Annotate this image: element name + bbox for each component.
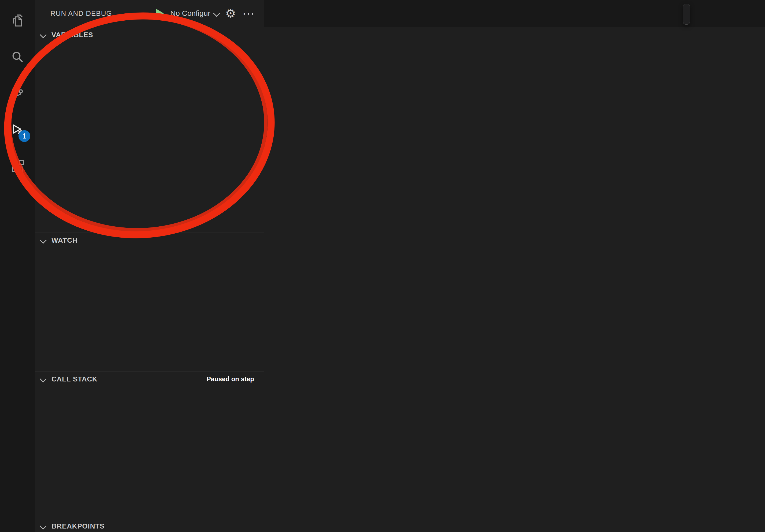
variables-section-header[interactable]: VARIABLES bbox=[35, 27, 264, 42]
chevron-down-icon bbox=[40, 523, 46, 529]
breakpoints-section-title: BREAKPOINTS bbox=[51, 522, 105, 530]
variables-section-title: VARIABLES bbox=[51, 31, 93, 39]
watch-section-title: WATCH bbox=[51, 236, 77, 245]
call-stack-section-header[interactable]: CALL STACK Paused on step bbox=[35, 371, 264, 387]
explorer-icon bbox=[10, 13, 25, 28]
more-actions-icon[interactable]: ⋯ bbox=[242, 10, 255, 17]
breadcrumb bbox=[264, 27, 765, 44]
panel-header: RUN AND DEBUG No Configur ⚙ ⋯ bbox=[35, 0, 264, 27]
paused-status-badge: Paused on step bbox=[207, 375, 254, 383]
chevron-down-icon bbox=[40, 31, 46, 38]
debug-toolbar bbox=[683, 4, 690, 25]
run-and-debug-panel: RUN AND DEBUG No Configur ⚙ ⋯ VARIABLES … bbox=[35, 0, 264, 532]
chevron-down-icon bbox=[213, 10, 220, 17]
activity-extensions[interactable] bbox=[5, 153, 30, 179]
source-control-icon bbox=[10, 86, 25, 101]
activity-search[interactable] bbox=[5, 44, 30, 70]
activity-bar-top: 1 bbox=[0, 2, 35, 184]
editor-group bbox=[264, 0, 765, 532]
panel-controls: No Configur ⚙ ⋯ bbox=[156, 8, 255, 19]
chevron-down-icon bbox=[40, 376, 46, 382]
start-debugging-icon[interactable] bbox=[156, 9, 164, 18]
activity-bar: 1 bbox=[0, 0, 35, 532]
debug-count-badge: 1 bbox=[19, 130, 30, 142]
gear-icon[interactable]: ⚙ bbox=[226, 8, 236, 19]
activity-explorer[interactable] bbox=[5, 8, 30, 33]
code-editor[interactable] bbox=[264, 44, 765, 532]
extensions-icon bbox=[10, 158, 25, 173]
chevron-down-icon bbox=[40, 237, 46, 243]
watch-section-header[interactable]: WATCH bbox=[35, 232, 264, 248]
activity-run-and-debug[interactable]: 1 bbox=[5, 117, 30, 142]
call-stack-section-title: CALL STACK bbox=[51, 375, 98, 383]
debug-config-label: No Configur bbox=[170, 9, 210, 18]
activity-source-control[interactable] bbox=[5, 80, 30, 106]
search-icon bbox=[10, 49, 25, 64]
debug-config-dropdown[interactable]: No Configur bbox=[170, 9, 219, 18]
panel-title: RUN AND DEBUG bbox=[50, 9, 112, 18]
breakpoints-section-header[interactable]: BREAKPOINTS bbox=[35, 520, 264, 532]
vscode-window: 1 RUN AND DEBUG No Configur ⚙ ⋯ VARIABLE… bbox=[0, 0, 765, 532]
